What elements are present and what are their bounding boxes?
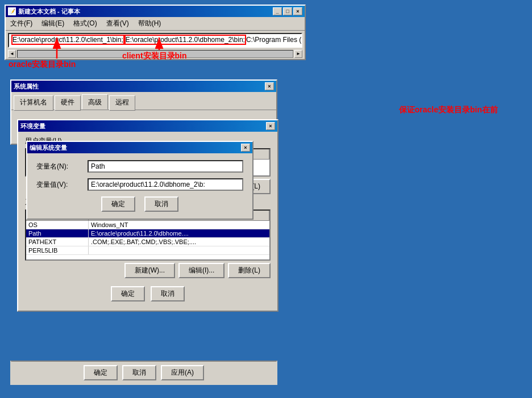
envvar-titlebar: 环境变量 ×	[18, 120, 277, 132]
editsys-value-row: 变量值(V):	[36, 178, 243, 191]
sysprop-title: 系统属性	[14, 82, 39, 91]
sysprop-close-button[interactable]: ×	[265, 82, 274, 90]
editsys-name-input[interactable]	[88, 160, 243, 173]
oracle-annotation-label: oracle安装目录bin	[9, 60, 76, 70]
notepad-menu-format[interactable]: 格式(O)	[71, 18, 99, 29]
sysprop-action-buttons: 确定 取消 应用(A)	[10, 361, 277, 385]
tab-computer-name[interactable]: 计算机名	[14, 95, 53, 111]
notepad-menu-edit[interactable]: 编辑(E)	[39, 18, 66, 29]
system-vars-buttons: 新建(W)... 编辑(I)... 删除(L)	[25, 263, 271, 278]
notepad-minimize-button[interactable]: _	[273, 7, 282, 15]
envvar-close-button[interactable]: ×	[266, 122, 275, 130]
sysprop-titlebar-buttons: ×	[265, 82, 274, 90]
envvar-title: 环境变量	[20, 122, 45, 131]
notepad-titlebar-left: 📝 新建文本文档 - 记事本	[8, 7, 80, 16]
notepad-close-button[interactable]: ×	[293, 7, 302, 15]
editsys-content: 变量名(N): 变量值(V): 确定 取消	[27, 153, 252, 219]
sys-new-button[interactable]: 新建(W)...	[124, 263, 175, 278]
notepad-maximize-button[interactable]: □	[283, 7, 292, 15]
sysprop-apply-button[interactable]: 应用(A)	[161, 365, 204, 380]
scroll-right-arrow[interactable]: ►	[294, 50, 302, 58]
scroll-left-arrow[interactable]: ◄	[8, 50, 16, 58]
sys-delete-button[interactable]: 删除(L)	[228, 263, 271, 278]
editsys-dialog: 编辑系统变量 × 变量名(N): 变量值(V): 确定 取消	[26, 141, 253, 220]
editsys-name-row: 变量名(N):	[36, 160, 243, 173]
notepad-titlebar-buttons: _ □ ×	[273, 7, 302, 15]
sysvar-pathext-name: PATHEXT	[26, 238, 89, 246]
sys-edit-button[interactable]: 编辑(I)...	[178, 263, 225, 278]
editsys-close-button[interactable]: ×	[241, 144, 250, 152]
editsys-buttons: 确定 取消	[36, 196, 243, 212]
sysprop-cancel-button[interactable]: 取消	[122, 365, 156, 380]
envvar-bottom-buttons: 确定 取消	[25, 282, 271, 306]
notepad-menu-view[interactable]: 查看(V)	[104, 18, 131, 29]
editsys-titlebar: 编辑系统变量 ×	[27, 142, 252, 153]
sysvar-row-pathext[interactable]: PATHEXT .COM;.EXE;.BAT;.CMD;.VBS;.VBE;..…	[26, 238, 269, 246]
sysprop-tabs: 计算机名 硬件 高级 远程	[11, 92, 276, 110]
editsys-ok-button[interactable]: 确定	[101, 196, 135, 212]
tab-remote[interactable]: 远程	[109, 95, 135, 111]
sysvar-os-name: OS	[26, 221, 89, 229]
path-client-segment: E:\oracle\product\11.2.0\dbhome_2\bin;	[124, 35, 246, 45]
editsys-title: 编辑系统变量	[30, 144, 67, 152]
editsys-name-label: 变量名(N):	[36, 162, 88, 171]
sysvar-os-value: Windows_NT	[89, 221, 269, 229]
envvar-titlebar-buttons: ×	[266, 122, 275, 130]
sysvar-perl5lib-value	[89, 246, 269, 254]
notepad-path-content: E:\oracle\product\11.2.0\client_1\bin;E:…	[8, 33, 302, 48]
path-rest-segment: C:\Program Files (x	[246, 36, 302, 44]
envvar-cancel-button[interactable]: 取消	[151, 286, 185, 301]
sysvar-perl5lib-name: PERL5LIB	[26, 246, 89, 254]
sysvar-pathext-value: .COM;.EXE;.BAT;.CMD;.VBS;.VBE;....	[89, 238, 269, 246]
notepad-title: 新建文本文档 - 记事本	[18, 7, 80, 16]
envvar-ok-button[interactable]: 确定	[111, 286, 145, 301]
right-annotation-label: 保证oracle安装目录bin在前	[399, 105, 498, 115]
editsys-cancel-button[interactable]: 取消	[144, 196, 178, 212]
client-annotation-label: client安装目录bin	[122, 51, 187, 61]
path-oracle-segment: E:\oracle\product\11.2.0\client_1\bin;	[11, 35, 124, 45]
sysprop-titlebar: 系统属性 ×	[11, 81, 276, 92]
tab-advanced[interactable]: 高级	[82, 94, 108, 110]
sysvar-path-value: E:\oracle\product\11.2.0\dbhome....	[89, 229, 269, 237]
sysvar-row-path[interactable]: Path E:\oracle\product\11.2.0\dbhome....	[26, 229, 269, 238]
notepad-menubar: 文件(F) 编辑(E) 格式(O) 查看(V) 帮助(H)	[6, 17, 305, 31]
notepad-titlebar: 📝 新建文本文档 - 记事本 _ □ ×	[6, 6, 305, 17]
notepad-menu-help[interactable]: 帮助(H)	[136, 18, 164, 29]
editsys-value-label: 变量值(V):	[36, 180, 88, 190]
editsys-value-input[interactable]	[88, 178, 243, 191]
sysvar-row-os[interactable]: OS Windows_NT	[26, 221, 269, 229]
tab-hardware[interactable]: 硬件	[55, 95, 81, 111]
notepad-menu-file[interactable]: 文件(F)	[8, 18, 35, 29]
sysprop-ok-button[interactable]: 确定	[84, 365, 118, 380]
sysvar-path-name: Path	[26, 229, 89, 237]
editsys-titlebar-buttons: ×	[241, 144, 250, 152]
notepad-icon: 📝	[8, 7, 16, 15]
sysvar-row-perl5lib[interactable]: PERL5LIB	[26, 246, 269, 255]
